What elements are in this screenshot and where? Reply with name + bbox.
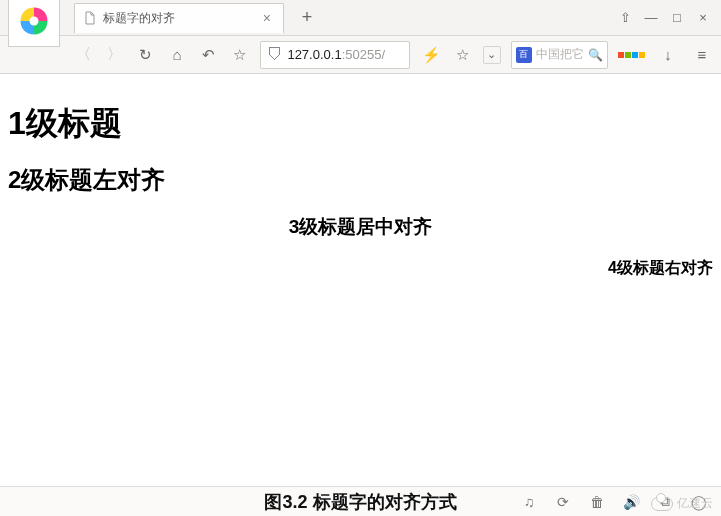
tab-strip: 标题字的对齐 × + bbox=[66, 0, 617, 35]
heading-level-1: 1级标题 bbox=[8, 102, 713, 146]
address-bar[interactable]: ⛉ 127.0.0.1:50255/ bbox=[260, 41, 410, 69]
nav-back-button[interactable]: 〈 bbox=[72, 44, 93, 66]
page-icon bbox=[83, 11, 97, 25]
nav-forward-button[interactable]: 〉 bbox=[104, 44, 125, 66]
cloud-icon bbox=[651, 497, 673, 511]
page-viewport: 1级标题 2级标题左对齐 3级标题居中对齐 4级标题右对齐 bbox=[0, 74, 721, 486]
search-engine-icon: 百 bbox=[516, 47, 532, 63]
watermark-text: 亿速云 bbox=[677, 495, 713, 512]
browser-window: 标题字的对齐 × + ⇧ — □ × 〈 〉 ↻ ⌂ ↶ ☆ ⛉ 127.0.0… bbox=[0, 0, 721, 516]
shield-icon: ⛉ bbox=[267, 46, 283, 64]
title-bar: 标题字的对齐 × + ⇧ — □ × bbox=[0, 0, 721, 36]
heading-level-3-center: 3级标题居中对齐 bbox=[8, 214, 713, 240]
svg-point-0 bbox=[30, 16, 39, 25]
search-box[interactable]: 百 中国把它 🔍 bbox=[511, 41, 608, 69]
dropdown-chevron-icon[interactable]: ⌄ bbox=[483, 46, 501, 64]
tab-title: 标题字的对齐 bbox=[103, 10, 175, 27]
address-port: :50255/ bbox=[342, 47, 385, 62]
heading-level-4-right: 4级标题右对齐 bbox=[8, 258, 713, 279]
nav-toolbar: 〈 〉 ↻ ⌂ ↶ ☆ ⛉ 127.0.0.1:50255/ ⚡ ☆ ⌄ 百 中… bbox=[0, 36, 721, 74]
nav-reload-button[interactable]: ↻ bbox=[135, 44, 156, 66]
flash-icon[interactable]: ⚡ bbox=[420, 44, 441, 66]
window-maximize-button[interactable]: □ bbox=[669, 10, 685, 25]
new-tab-button[interactable]: + bbox=[294, 5, 320, 31]
search-placeholder: 中国把它 bbox=[536, 46, 584, 63]
address-host: 127.0.0.1 bbox=[287, 47, 341, 62]
window-close-button[interactable]: × bbox=[695, 10, 711, 25]
tab-close-button[interactable]: × bbox=[259, 10, 275, 26]
heading-level-2-left: 2级标题左对齐 bbox=[8, 164, 713, 196]
search-icon[interactable]: 🔍 bbox=[588, 48, 603, 62]
status-bar: ♫ ⟳ 🗑 🔊 ⧉ ◯ bbox=[0, 486, 721, 516]
downloads-button[interactable]: ↓ bbox=[657, 44, 679, 66]
status-music-icon[interactable]: ♫ bbox=[521, 494, 537, 510]
window-controls: ⇧ — □ × bbox=[617, 10, 721, 25]
status-refresh-icon[interactable]: ⟳ bbox=[555, 494, 571, 510]
nav-favorite-button[interactable]: ☆ bbox=[229, 44, 250, 66]
bookmark-star-button[interactable]: ☆ bbox=[452, 44, 473, 66]
window-minimize-button[interactable]: — bbox=[643, 10, 659, 25]
nav-home-button[interactable]: ⌂ bbox=[166, 44, 187, 66]
nav-undo-button[interactable]: ↶ bbox=[198, 44, 219, 66]
toolbar-right: ↓ ≡ bbox=[618, 44, 713, 66]
window-pin-button[interactable]: ⇧ bbox=[617, 10, 633, 25]
extensions-icon[interactable] bbox=[618, 52, 645, 58]
watermark: 亿速云 bbox=[651, 495, 713, 512]
status-volume-icon[interactable]: 🔊 bbox=[623, 494, 639, 510]
status-trash-icon[interactable]: 🗑 bbox=[589, 494, 605, 510]
app-logo[interactable] bbox=[8, 0, 60, 47]
tab-active[interactable]: 标题字的对齐 × bbox=[74, 3, 284, 33]
menu-button[interactable]: ≡ bbox=[691, 44, 713, 66]
